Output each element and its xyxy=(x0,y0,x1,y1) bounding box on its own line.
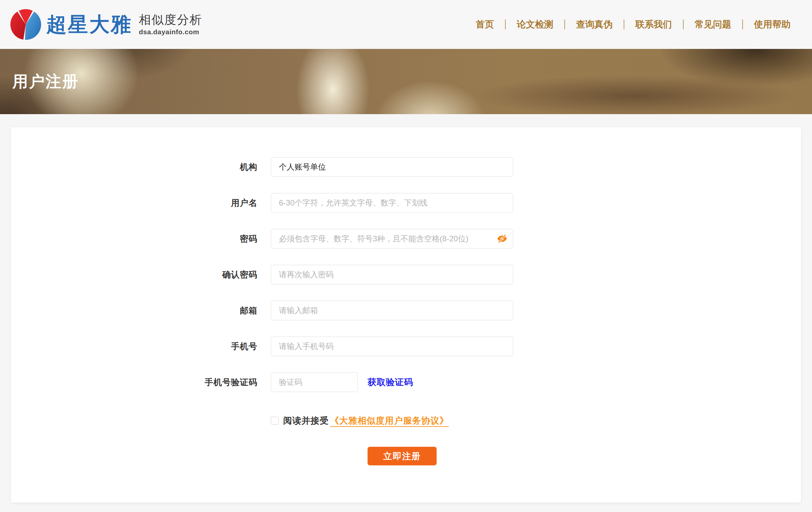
register-button[interactable]: 立即注册 xyxy=(368,447,437,465)
sms-code-input[interactable] xyxy=(271,372,358,392)
registration-card: 机构 用户名 密码 xyxy=(11,127,801,503)
brand-domain: dsa.dayainfo.com xyxy=(139,28,202,36)
password-label: 密码 xyxy=(11,233,257,245)
nav-item-verify[interactable]: 查询真伪 xyxy=(575,15,613,34)
brand-tagline: 相似度分析 xyxy=(139,13,202,27)
agreement-checkbox[interactable] xyxy=(271,417,279,425)
institution-input[interactable] xyxy=(271,157,513,177)
email-input[interactable] xyxy=(271,301,513,320)
agreement-link[interactable]: 《大雅相似度用户服务协议》 xyxy=(330,415,449,427)
form-row-confirm-password: 确认密码 xyxy=(11,265,801,285)
username-label: 用户名 xyxy=(11,197,257,209)
nav-divider xyxy=(683,20,684,29)
username-input[interactable] xyxy=(271,193,513,213)
eye-off-icon xyxy=(497,233,508,244)
email-label: 邮箱 xyxy=(11,305,257,316)
banner: 用户注册 xyxy=(0,49,812,114)
sms-code-label: 手机号验证码 xyxy=(11,377,257,388)
brand[interactable]: 超星大雅 相似度分析 dsa.dayainfo.com xyxy=(10,8,202,41)
confirm-password-label: 确认密码 xyxy=(11,269,257,280)
main-nav: 首页 论文检测 查询真伪 联系我们 常见问题 使用帮助 xyxy=(475,15,791,34)
form-row-password: 密码 xyxy=(11,229,801,248)
institution-label: 机构 xyxy=(11,161,257,173)
main-content: 机构 用户名 密码 xyxy=(0,114,812,503)
pie-logo-icon xyxy=(10,8,42,41)
password-visibility-toggle[interactable] xyxy=(496,232,509,245)
confirm-password-input[interactable] xyxy=(271,265,513,285)
nav-divider xyxy=(624,20,624,29)
form-row-username: 用户名 xyxy=(11,193,801,213)
nav-item-faq[interactable]: 常见问题 xyxy=(694,15,732,34)
phone-label: 手机号 xyxy=(11,341,257,352)
header: 超星大雅 相似度分析 dsa.dayainfo.com 首页 论文检测 查询真伪… xyxy=(0,0,812,49)
nav-item-contact[interactable]: 联系我们 xyxy=(635,15,672,34)
form-row-email: 邮箱 xyxy=(11,301,801,320)
phone-input[interactable] xyxy=(271,336,513,356)
agreement-text: 阅读并接受 xyxy=(283,415,329,427)
nav-item-help[interactable]: 使用帮助 xyxy=(753,15,791,34)
form-row-institution: 机构 xyxy=(11,157,801,177)
nav-item-home[interactable]: 首页 xyxy=(475,15,495,34)
nav-divider xyxy=(564,20,565,29)
get-sms-code-button[interactable]: 获取验证码 xyxy=(368,376,413,388)
nav-divider xyxy=(742,20,743,29)
logo-text: 超星大雅 xyxy=(46,15,132,34)
nav-item-paper-check[interactable]: 论文检测 xyxy=(516,15,554,34)
password-input[interactable] xyxy=(271,229,513,248)
nav-divider xyxy=(505,20,506,29)
agreement-row: 阅读并接受 《大雅相似度用户服务协议》 xyxy=(271,415,801,427)
page-title: 用户注册 xyxy=(12,71,79,92)
form-row-phone: 手机号 xyxy=(11,336,801,356)
form-row-sms-code: 手机号验证码 获取验证码 xyxy=(11,372,801,392)
